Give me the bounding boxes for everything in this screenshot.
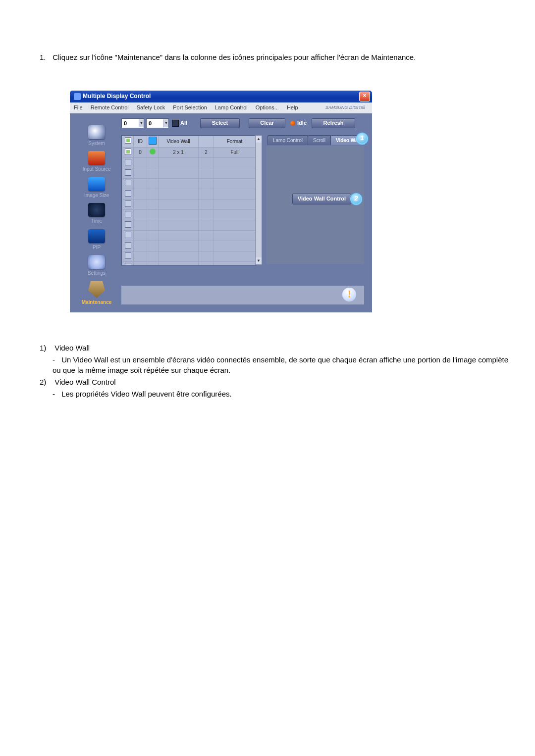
sidebar-item-input-source[interactable]: Input Source [83,151,111,173]
sidebar-label: Maintenance [82,299,112,306]
table-row[interactable] [122,241,256,252]
display-table: ID Video Wall Format 0 2 x 1 [121,135,256,266]
note-2-number: 2) [40,377,53,388]
col-video-wall: Video Wall [159,136,199,148]
tab-scroll[interactable]: Scroll [308,135,331,145]
col-num [199,136,214,148]
table-row[interactable] [122,179,256,189]
menu-lamp-control[interactable]: Lamp Control [211,104,252,112]
brand-label: SAMSUNG DIGITall [321,104,369,111]
scroll-down-icon[interactable]: ▼ [256,257,262,264]
col-format: Format [214,136,256,148]
page-root: 1. Cliquez sur l'icône "Maintenance" dan… [0,0,535,756]
refresh-button[interactable]: Refresh [312,118,355,128]
status-bar: ! [121,286,364,304]
maintenance-tabs: Lamp Control Scroll Video Wall [268,135,366,145]
sidebar-item-system[interactable]: System [88,125,105,148]
table-row[interactable]: 0 2 x 1 2 Full [122,148,256,158]
table-row[interactable] [122,220,256,231]
cell-format: Full [214,148,256,158]
col-check[interactable] [122,136,134,148]
idle-label: Idle [297,119,307,127]
sidebar-item-settings[interactable]: Settings [88,255,106,277]
note-2-label: Video Wall Control [54,378,115,386]
window-title: Multiple Display Control [83,92,151,101]
menubar: File Remote Control Safety Lock Port Sel… [70,102,372,114]
col-id: ID [134,136,147,148]
idle-dot-icon [290,121,295,126]
alert-icon: ! [342,288,356,302]
preview-panel: Video Wall Control [266,146,364,264]
callout-1: 1 [356,133,368,145]
menu-safety-lock[interactable]: Safety Lock [133,104,169,112]
dropdown-icon[interactable]: ▼ [139,119,144,127]
menu-options[interactable]: Options... [252,104,283,112]
sidebar-item-pip[interactable]: PIP [88,229,105,252]
cell-num: 2 [199,148,214,158]
sidebar-label: Settings [88,270,106,277]
table-row[interactable] [122,210,256,220]
id-from-input[interactable] [122,120,139,127]
cell-id: 0 [134,148,147,158]
note-1-text: Un Video Wall est un ensemble d'écrans v… [53,355,508,375]
id-from-combo[interactable]: ▼ [121,118,144,128]
dropdown-icon[interactable]: ▼ [163,119,168,127]
table-row[interactable] [122,158,256,168]
sidebar-item-image-size[interactable]: Image Size [84,177,109,200]
menu-file[interactable]: File [70,104,87,112]
row-check-icon[interactable] [125,149,131,155]
menu-port-selection[interactable]: Port Selection [169,104,211,112]
all-checkbox[interactable]: All [172,119,187,127]
table-row[interactable] [122,262,256,266]
cell-video-wall: 2 x 1 [159,148,199,158]
note-2-text: Les propriétés Video Wall peuvent être c… [61,390,232,398]
table-scrollbar[interactable]: ▲ ▼ [255,135,262,265]
window: Multiple Display Control × File Remote C… [70,91,372,312]
idle-indicator: Idle [290,119,307,127]
checkbox-icon [172,120,179,127]
sidebar-label: PIP [88,244,105,252]
main-area: ▼ ▼ All Select Clear [121,117,368,308]
sidebar-label: System [88,140,105,148]
menu-help[interactable]: Help [283,104,302,112]
maintenance-icon [88,281,105,298]
sidebar: System Input Source Image Size Time [76,125,117,307]
all-label: All [180,119,187,127]
sidebar-item-maintenance[interactable]: Maintenance [82,281,112,306]
table-row[interactable] [122,252,256,262]
col-status [147,136,159,148]
pip-icon [88,229,105,243]
close-button[interactable]: × [359,92,370,101]
select-button[interactable]: Select [200,118,240,128]
id-to-combo[interactable]: ▼ [146,118,169,128]
table-row[interactable] [122,231,256,241]
top-toolbar: ▼ ▼ All Select Clear [121,117,368,129]
table-header-row: ID Video Wall Format [122,136,256,148]
notes-section: 1) Video Wall - Un Video Wall est un ens… [40,343,515,400]
intro-number: 1. [40,52,51,63]
table-row[interactable] [122,189,256,200]
menu-remote-control[interactable]: Remote Control [87,104,133,112]
sidebar-label: Image Size [84,192,109,200]
app-screenshot: Multiple Display Control × File Remote C… [69,90,373,313]
time-icon [88,203,105,217]
settings-icon [88,255,105,269]
image-size-icon [88,177,105,191]
system-icon [88,125,105,139]
app-icon [74,93,81,100]
table-row[interactable] [122,200,256,210]
sidebar-label: Input Source [83,166,111,173]
sidebar-label: Time [88,218,105,225]
clear-button[interactable]: Clear [249,118,285,128]
id-to-input[interactable] [147,120,163,127]
scroll-up-icon[interactable]: ▲ [256,136,262,143]
callout-2: 2 [350,193,362,205]
sidebar-item-time[interactable]: Time [88,203,105,225]
app-body: System Input Source Image Size Time [70,113,372,312]
tab-lamp-control[interactable]: Lamp Control [268,135,308,145]
dash: - [53,354,59,365]
note-1-label: Video Wall [54,344,90,352]
table-row[interactable] [122,168,256,179]
video-wall-control-button[interactable]: Video Wall Control [292,194,351,204]
intro-paragraph: 1. Cliquez sur l'icône "Maintenance" dan… [40,52,515,63]
